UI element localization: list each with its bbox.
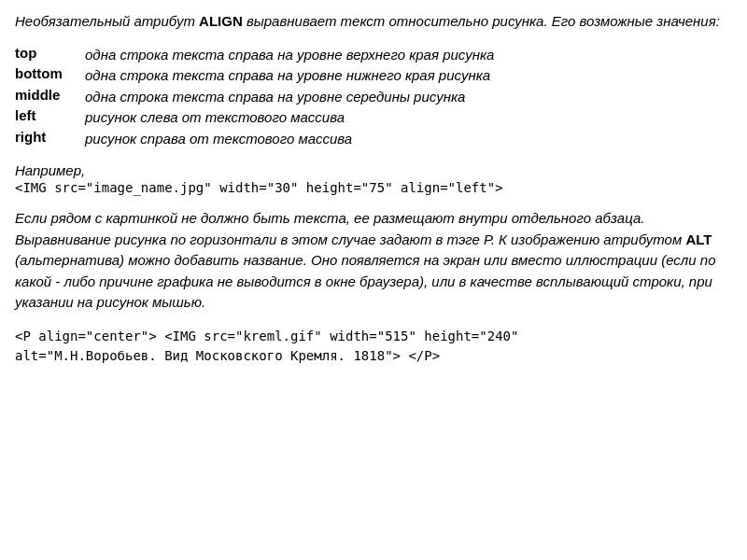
example-label: Например,	[15, 162, 732, 178]
table-row: left рисунок слева от текстового массива	[15, 107, 732, 129]
body-text-part1: Если рядом с картинкой не должно быть те…	[15, 210, 685, 247]
intro-paragraph: Необязательный атрибут ALIGN выравнивает…	[15, 11, 732, 32]
alt-bold: ALT	[685, 231, 712, 247]
table-row: bottomодна строка текста справа на уровн…	[15, 65, 732, 87]
attributes-table: topодна строка текста справа на уровне в…	[15, 45, 732, 150]
attr-value: рисунок слева от текстового массива	[85, 107, 732, 129]
final-code-line2: alt="М.Н.Воробьев. Вид Московского Кремл…	[15, 346, 732, 366]
intro-text-before: Необязательный атрибут	[15, 13, 199, 29]
attr-key: bottom	[15, 65, 85, 87]
table-row: middleодна строка текста справа на уровн…	[15, 87, 732, 108]
body-paragraph: Если рядом с картинкой не должно быть те…	[15, 208, 732, 314]
attr-key: left	[15, 107, 85, 129]
table-row: rightрисунок справа от текстового массив…	[15, 129, 732, 150]
intro-text-after: выравнивает текст относительно рисунка. …	[243, 13, 720, 29]
attr-key: top	[15, 45, 85, 66]
body-text-part2: (альтернатива) можно добавить название. …	[15, 252, 716, 310]
attr-key: right	[15, 129, 85, 150]
table-row: topодна строка текста справа на уровне в…	[15, 45, 732, 66]
attr-key: middle	[15, 87, 85, 108]
final-code-block: <P align="center"> <IMG src="kreml.gif" …	[15, 327, 732, 366]
intro-align-bold: ALIGN	[199, 13, 243, 29]
attr-value: одна строка текста справа на уровне сере…	[85, 87, 732, 108]
example-block: Например, <IMG src="image_name.jpg" widt…	[15, 162, 732, 195]
final-code-line1: <P align="center"> <IMG src="kreml.gif" …	[15, 327, 732, 346]
attr-value: рисунок справа от текстового массива	[85, 129, 732, 150]
attr-value: одна строка текста справа на уровне нижн…	[85, 65, 732, 87]
attr-value: одна строка текста справа на уровне верх…	[85, 45, 732, 66]
example-code: <IMG src="image_name.jpg" width="30" hei…	[15, 180, 732, 195]
